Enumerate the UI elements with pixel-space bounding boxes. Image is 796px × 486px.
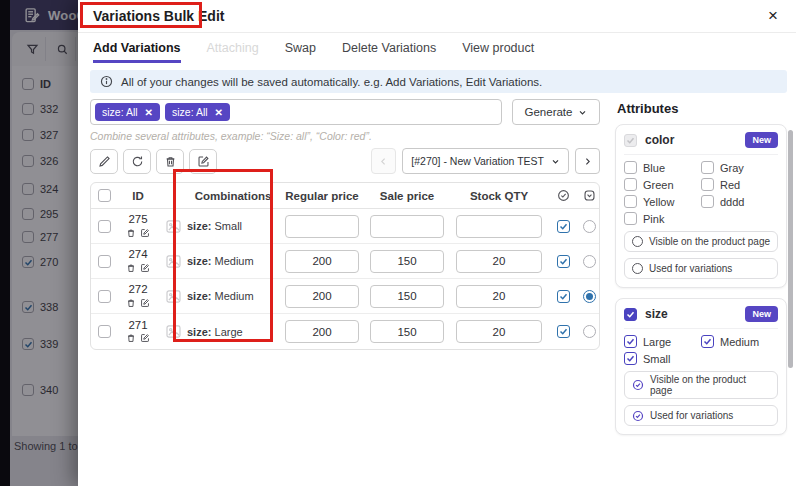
tab-delete-variations[interactable]: Delete Variations — [342, 41, 436, 63]
sale-price-input[interactable] — [370, 250, 444, 273]
option[interactable]: Small — [624, 352, 701, 365]
tab-view-product[interactable]: View product — [462, 41, 534, 63]
select-all-variations-checkbox[interactable] — [98, 189, 111, 202]
new-badge: New — [745, 132, 778, 148]
option-checkbox[interactable] — [624, 352, 637, 365]
image-placeholder-icon[interactable] — [166, 220, 181, 233]
option[interactable]: Green — [624, 178, 701, 191]
chip-close-icon[interactable]: ✕ — [145, 107, 153, 118]
option-checkbox[interactable] — [701, 161, 714, 174]
variation-select[interactable]: [#270] - New Variation TEST — [402, 148, 569, 174]
attribute-chip[interactable]: size: All✕ — [95, 103, 160, 121]
bulk-edit-button[interactable] — [189, 149, 217, 174]
edit-square-icon[interactable] — [140, 263, 150, 273]
tab-swap[interactable]: Swap — [285, 41, 316, 63]
trash-icon[interactable] — [126, 298, 136, 308]
option-checkbox[interactable] — [701, 178, 714, 191]
stock-qty-input[interactable] — [456, 250, 542, 273]
attribute-options: Blue Gray Green Red Yellow dddd Pink — [624, 161, 778, 225]
option[interactable]: Pink — [624, 212, 701, 225]
attribute-name: color — [645, 133, 674, 147]
regular-price-input[interactable] — [285, 250, 359, 273]
chip-label: size: All — [172, 106, 208, 118]
edit-pencil-button[interactable] — [90, 149, 118, 174]
trash-icon[interactable] — [126, 333, 136, 343]
used-for-variations-toggle[interactable]: Used for variations — [624, 258, 778, 279]
enabled-checkbox[interactable] — [557, 325, 570, 338]
chevron-down-icon — [578, 108, 587, 117]
regular-price-input[interactable] — [285, 320, 359, 343]
row-checkbox[interactable] — [98, 290, 111, 303]
col-combinations: Combinations — [187, 190, 279, 202]
default-radio[interactable] — [583, 255, 596, 268]
toggle-label: Visible on the product page — [649, 236, 770, 247]
combine-hint: Combine several attributes, example: “Si… — [90, 130, 600, 142]
variation-pager: [#270] - New Variation TEST — [371, 148, 600, 174]
toggle-label: Visible on the product page — [650, 374, 770, 396]
regular-price-input[interactable] — [285, 285, 359, 308]
stock-qty-input[interactable] — [456, 285, 542, 308]
chevron-box-icon — [583, 189, 596, 202]
stock-qty-input[interactable] — [456, 215, 542, 238]
attributes-tag-input[interactable]: size: All✕ size: All✕ — [90, 99, 502, 125]
sale-price-input[interactable] — [370, 320, 444, 343]
option-checkbox[interactable] — [624, 335, 637, 348]
option-checkbox[interactable] — [624, 178, 637, 191]
sidebar-scrollbar[interactable] — [788, 130, 793, 368]
edit-square-icon[interactable] — [140, 298, 150, 308]
used-for-variations-toggle[interactable]: Used for variations — [624, 405, 778, 426]
trash-button[interactable] — [156, 149, 184, 174]
default-radio[interactable] — [583, 220, 596, 233]
screen: WooCommerce ID 332 327 326 324 295 277 2… — [0, 0, 796, 486]
image-placeholder-icon[interactable] — [166, 255, 181, 268]
enabled-checkbox[interactable] — [557, 290, 570, 303]
image-placeholder-icon[interactable] — [166, 290, 181, 303]
visible-on-product-page-toggle[interactable]: Visible on the product page — [624, 371, 778, 399]
option[interactable]: Blue — [624, 161, 701, 174]
option[interactable]: Large — [624, 335, 701, 348]
visible-on-product-page-toggle[interactable]: Visible on the product page — [624, 231, 778, 252]
stock-qty-input[interactable] — [456, 320, 542, 343]
default-column-icon — [577, 189, 600, 202]
variations-main-column: size: All✕ size: All✕ Generate Combine s… — [90, 99, 600, 445]
regular-price-input[interactable] — [285, 215, 359, 238]
trash-icon[interactable] — [126, 228, 136, 238]
image-placeholder-icon[interactable] — [166, 325, 181, 338]
default-radio[interactable] — [583, 290, 596, 303]
edit-square-icon[interactable] — [140, 333, 150, 343]
close-icon[interactable]: × — [762, 6, 784, 26]
sale-price-input[interactable] — [370, 215, 444, 238]
option-checkbox[interactable] — [701, 335, 714, 348]
option[interactable]: Medium — [701, 335, 778, 348]
row-checkbox[interactable] — [98, 220, 111, 233]
sale-price-input[interactable] — [370, 285, 444, 308]
prev-page-button[interactable] — [371, 148, 396, 174]
enabled-checkbox[interactable] — [557, 220, 570, 233]
attribute-chip[interactable]: size: All✕ — [165, 103, 230, 121]
option[interactable]: Yellow — [624, 195, 701, 208]
attribute-checkbox[interactable] — [624, 134, 637, 147]
refresh-button[interactable] — [123, 149, 151, 174]
option[interactable]: Gray — [701, 161, 778, 174]
col-stock-qty: Stock QTY — [449, 190, 549, 202]
edit-square-icon[interactable] — [140, 228, 150, 238]
tab-add-variations[interactable]: Add Variations — [93, 41, 181, 63]
option-checkbox[interactable] — [624, 195, 637, 208]
attribute-name: size — [645, 307, 668, 321]
chip-close-icon[interactable]: ✕ — [215, 107, 223, 118]
option-checkbox[interactable] — [624, 161, 637, 174]
attribute-checkbox[interactable] — [624, 308, 637, 321]
row-checkbox[interactable] — [98, 325, 111, 338]
default-radio[interactable] — [583, 325, 596, 338]
option-checkbox[interactable] — [624, 212, 637, 225]
trash-icon[interactable] — [126, 263, 136, 273]
tab-attaching[interactable]: Attaching — [207, 41, 259, 63]
option[interactable]: Red — [701, 178, 778, 191]
enabled-checkbox[interactable] — [557, 255, 570, 268]
option[interactable]: dddd — [701, 195, 778, 208]
option-checkbox[interactable] — [701, 195, 714, 208]
row-checkbox[interactable] — [98, 255, 111, 268]
next-page-button[interactable] — [575, 148, 600, 174]
autosave-notice-text: All of your changes will be saved automa… — [121, 76, 542, 88]
generate-button[interactable]: Generate — [512, 99, 600, 125]
